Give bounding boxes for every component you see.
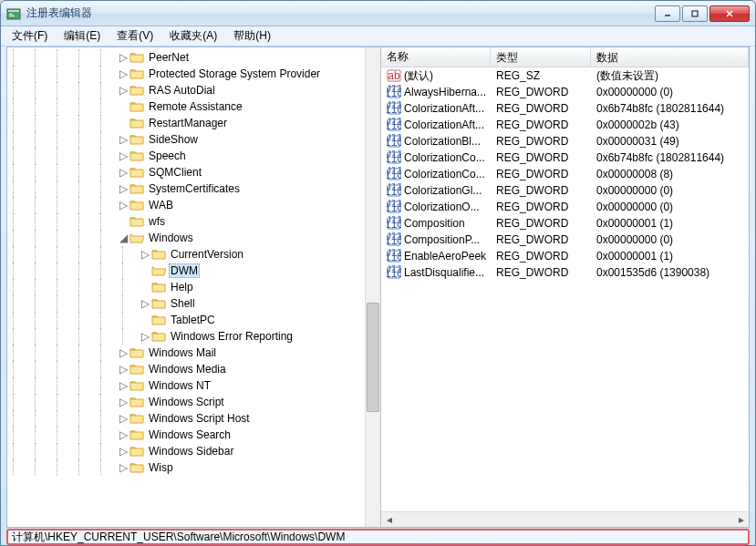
value-name: ColorizationGl... — [404, 184, 482, 197]
tree-item[interactable]: TabletPC — [7, 312, 380, 328]
value-row[interactable]: CompositionREG_DWORD0x00000001 (1) — [381, 215, 749, 232]
tree-item[interactable]: DWM — [7, 263, 380, 279]
expand-icon[interactable]: ▷ — [117, 412, 129, 425]
tree-item[interactable]: ▷SideShow — [7, 131, 380, 148]
tree-item[interactable]: ▷WAB — [7, 197, 380, 213]
header-data[interactable]: 数据 — [591, 47, 749, 67]
value-list: (默认)REG_SZ(数值未设置)AlwaysHiberna...REG_DWO… — [381, 67, 749, 281]
tree-item-label: wfs — [147, 215, 167, 228]
list-hscrollbar[interactable]: ◂ ▸ — [381, 511, 749, 527]
value-row[interactable]: ColorizationAft...REG_DWORD0x6b74b8fc (1… — [381, 100, 749, 117]
expand-icon[interactable]: ▷ — [139, 330, 151, 343]
tree-item[interactable]: ▷SystemCertificates — [7, 180, 380, 197]
binary-value-icon — [387, 265, 401, 280]
tree-item[interactable]: ▷Windows Script — [7, 394, 380, 410]
tree-item-label: RAS AutoDial — [147, 84, 217, 97]
value-type: REG_DWORD — [491, 167, 591, 181]
list-header[interactable]: 名称 类型 数据 — [381, 47, 749, 67]
expand-icon[interactable]: ▷ — [117, 84, 129, 97]
expand-icon[interactable]: ▷ — [117, 133, 129, 146]
tree-item-label: Windows Mail — [147, 346, 218, 359]
expand-icon[interactable]: ▷ — [117, 445, 129, 458]
tree-scrollbar[interactable] — [365, 47, 380, 527]
menu-edit[interactable]: 编辑(E) — [57, 26, 108, 46]
scroll-right-icon[interactable]: ▸ — [733, 513, 749, 527]
value-row[interactable]: (默认)REG_SZ(数值未设置) — [381, 67, 749, 84]
expand-icon[interactable]: ▷ — [139, 297, 151, 310]
expand-icon[interactable]: ▷ — [117, 428, 129, 441]
tree-item[interactable]: ▷Protected Storage System Provider — [7, 66, 380, 82]
value-list-pane[interactable]: 名称 类型 数据 (默认)REG_SZ(数值未设置)AlwaysHiberna.… — [381, 47, 749, 527]
value-row[interactable]: ColorizationGl...REG_DWORD0x00000000 (0) — [381, 182, 749, 199]
tree-item[interactable]: ▷Windows Mail — [7, 345, 380, 361]
close-button[interactable] — [709, 5, 750, 22]
folder-icon — [151, 264, 166, 277]
expand-icon[interactable]: ▷ — [139, 248, 151, 261]
tree-item[interactable]: wfs — [7, 213, 380, 230]
value-data: 0x00000000 (0) — [591, 183, 749, 198]
tree-item-label: SQMClient — [147, 166, 203, 179]
tree-item[interactable]: ◢Windows — [7, 230, 380, 246]
menu-favorites[interactable]: 收藏夹(A) — [162, 26, 224, 46]
expand-icon[interactable]: ▷ — [117, 396, 129, 408]
folder-icon — [129, 182, 144, 195]
minimize-button[interactable] — [655, 5, 680, 22]
expand-icon[interactable]: ▷ — [117, 182, 129, 195]
folder-icon — [151, 297, 166, 310]
tree-item-label: Windows — [147, 232, 195, 244]
expand-icon[interactable]: ▷ — [117, 363, 129, 376]
folder-icon — [129, 67, 144, 80]
titlebar[interactable]: 注册表编辑器 — [1, 1, 755, 26]
value-row[interactable]: ColorizationAft...REG_DWORD0x0000002b (4… — [381, 117, 749, 133]
expand-icon[interactable]: ▷ — [117, 461, 129, 474]
expand-icon[interactable]: ▷ — [117, 67, 129, 80]
tree-item[interactable]: ▷Windows Script Host — [7, 410, 380, 427]
tree-item[interactable]: ▷Windows Search — [7, 427, 380, 443]
tree-item[interactable]: ▷Windows NT — [7, 377, 380, 394]
value-type: REG_DWORD — [491, 101, 591, 116]
tree-item[interactable]: RestartManager — [7, 115, 380, 131]
expand-icon[interactable]: ▷ — [117, 346, 129, 359]
maximize-button[interactable] — [682, 5, 708, 22]
menu-help[interactable]: 帮助(H) — [226, 26, 278, 46]
tree-item[interactable]: ▷Wisp — [7, 459, 380, 476]
tree-item[interactable]: ▷Windows Error Reporting — [7, 328, 380, 345]
folder-icon — [129, 428, 144, 441]
scroll-left-icon[interactable]: ◂ — [381, 513, 397, 527]
value-type: REG_SZ — [491, 68, 591, 83]
value-row[interactable]: CompositionP...REG_DWORD0x00000000 (0) — [381, 232, 749, 248]
expand-icon[interactable]: ▷ — [117, 166, 129, 179]
header-type[interactable]: 类型 — [491, 47, 591, 67]
value-row[interactable]: ColorizationO...REG_DWORD0x00000000 (0) — [381, 199, 749, 215]
tree-item[interactable]: ▷Windows Sidebar — [7, 443, 380, 459]
value-row[interactable]: ColorizationBl...REG_DWORD0x00000031 (49… — [381, 133, 749, 149]
value-row[interactable]: ColorizationCo...REG_DWORD0x6b74b8fc (18… — [381, 149, 749, 166]
header-name[interactable]: 名称 — [381, 47, 491, 67]
expand-icon[interactable]: ▷ — [117, 149, 129, 162]
expand-icon[interactable]: ▷ — [117, 51, 129, 64]
tree-item[interactable]: ▷CurrentVersion — [7, 246, 380, 263]
value-name: ColorizationCo... — [404, 151, 485, 164]
tree-item[interactable]: ▷Shell — [7, 295, 380, 312]
value-row[interactable]: AlwaysHiberna...REG_DWORD0x00000000 (0) — [381, 84, 749, 100]
expand-icon[interactable]: ▷ — [117, 379, 129, 392]
tree-item[interactable]: Help — [7, 279, 380, 295]
tree-item[interactable]: ▷SQMClient — [7, 164, 380, 180]
content-area: ▷PeerNet▷Protected Storage System Provid… — [6, 46, 750, 528]
svg-rect-2 — [9, 14, 13, 15]
value-row[interactable]: LastDisqualifie...REG_DWORD0x001535d6 (1… — [381, 264, 749, 281]
value-row[interactable]: ColorizationCo...REG_DWORD0x00000008 (8) — [381, 166, 749, 182]
value-data: 0x6b74b8fc (1802811644) — [591, 101, 749, 116]
tree-pane[interactable]: ▷PeerNet▷Protected Storage System Provid… — [7, 47, 381, 527]
value-row[interactable]: EnableAeroPeekREG_DWORD0x00000001 (1) — [381, 248, 749, 264]
menu-view[interactable]: 查看(V) — [109, 26, 161, 46]
tree-item[interactable]: ▷PeerNet — [7, 49, 380, 66]
tree-item[interactable]: ▷Speech — [7, 148, 380, 164]
tree-item[interactable]: ▷RAS AutoDial — [7, 82, 380, 98]
expand-icon[interactable]: ▷ — [117, 199, 129, 211]
tree-item-label: Windows NT — [147, 379, 212, 392]
expand-icon[interactable]: ◢ — [117, 232, 129, 244]
tree-item[interactable]: Remote Assistance — [7, 98, 380, 115]
menu-file[interactable]: 文件(F) — [5, 26, 55, 46]
tree-item[interactable]: ▷Windows Media — [7, 361, 380, 377]
